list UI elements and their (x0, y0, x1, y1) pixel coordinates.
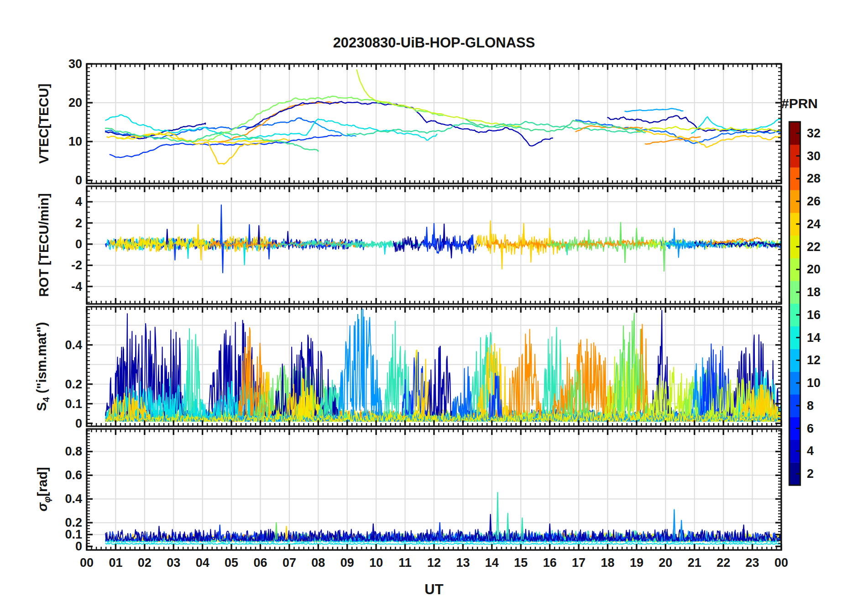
colorbar-tick-label: 12 (807, 353, 839, 367)
x-tick-label: 02 (129, 555, 161, 570)
data-series (490, 514, 492, 539)
y-tick-label: 0.6 (32, 467, 82, 483)
x-tick-label: 22 (707, 555, 739, 570)
y-tick-label: 2 (32, 215, 82, 231)
x-tick-label: 14 (476, 555, 508, 570)
colorbar-tick-label: 8 (807, 398, 839, 413)
x-tick-label: 13 (447, 555, 479, 570)
colorbar-tick-label: 20 (807, 262, 839, 277)
x-tick-label: 11 (389, 555, 421, 570)
colorbar-tick-label: 2 (807, 466, 839, 481)
panel-sigma_phi (87, 429, 781, 550)
x-tick-label: 17 (563, 555, 595, 570)
data-series (105, 115, 437, 141)
y-tick-label: 4 (32, 194, 82, 209)
colorbar-tick-label: 22 (807, 240, 839, 254)
panel-rot (87, 186, 781, 304)
data-series (384, 244, 386, 254)
y-tick-label: 0.8 (32, 444, 82, 459)
colorbar-tick-label: 14 (807, 330, 839, 345)
data-series (222, 244, 224, 273)
y-tick-label: 0.2 (32, 515, 82, 530)
chart-canvas (0, 0, 868, 607)
x-tick-label: 01 (99, 555, 131, 570)
x-axis-label: UT (424, 581, 443, 598)
x-tick-label: 07 (273, 555, 305, 570)
data-series (385, 321, 411, 416)
gridlines (87, 429, 781, 550)
x-tick-label: 04 (187, 555, 219, 570)
colorbar-tick-label: 10 (807, 376, 839, 390)
x-tick-label: 05 (215, 555, 247, 570)
x-tick-label: 20 (649, 555, 681, 570)
colorbar-tick-label: 26 (807, 194, 839, 209)
x-tick-label: 18 (592, 555, 624, 570)
y-tick-label: 0 (32, 173, 82, 188)
x-tick-label: 15 (505, 555, 537, 570)
colorbar-tick-label: 6 (807, 421, 839, 436)
colorbar (790, 122, 800, 486)
colorbar-tick-label: 16 (807, 308, 839, 322)
figure: 20230830-UiB-HOP-GLONASS VTEC[TECU] ROT … (0, 0, 868, 607)
y-tick-label: 0 (32, 416, 82, 431)
panel-vtec (87, 64, 781, 183)
data-series (508, 329, 541, 415)
x-tick-label: 23 (737, 555, 769, 570)
colorbar-tick-label: 18 (807, 285, 839, 299)
data-series (490, 221, 491, 244)
colorbar-tick-label: 28 (807, 171, 839, 186)
data-series (258, 225, 260, 244)
x-tick-label: 12 (418, 555, 450, 570)
series-layer (105, 205, 781, 272)
gridlines (87, 64, 781, 183)
data-series (625, 109, 683, 112)
x-tick-label: 16 (534, 555, 566, 570)
x-tick-label: 00 (71, 555, 103, 570)
y-tick-label: 0.4 (32, 337, 82, 353)
data-series (648, 367, 700, 416)
x-tick-label: 09 (331, 555, 363, 570)
y-tick-label: 30 (32, 56, 82, 72)
y-tick-label: 0.1 (32, 396, 82, 412)
x-tick-label: 21 (679, 555, 711, 570)
data-series (637, 130, 781, 147)
data-series (339, 308, 382, 415)
y-tick-label: 10 (32, 134, 82, 149)
y-tick-label: 0 (32, 236, 82, 252)
data-series (427, 346, 454, 416)
colorbar-tick-label: 4 (807, 444, 839, 458)
panel-s4 (87, 307, 781, 426)
x-tick-label: 06 (245, 555, 277, 570)
chart-title: 20230830-UiB-HOP-GLONASS (333, 35, 535, 51)
y-tick-label: -4 (32, 279, 82, 294)
series-layer (105, 492, 781, 544)
colorbar-tick-label: 24 (807, 217, 839, 231)
data-series (357, 70, 521, 127)
y-tick-label: 0.4 (32, 491, 82, 507)
data-series (183, 329, 201, 413)
y-tick-label: 20 (32, 95, 82, 110)
data-series (246, 101, 553, 146)
data-series (219, 102, 339, 142)
x-tick-label: 10 (360, 555, 392, 570)
colorbar-tick-label: 32 (807, 126, 839, 141)
x-tick-label: 03 (157, 555, 189, 570)
colorbar-title: #PRN (781, 96, 818, 111)
x-tick-label: 19 (621, 555, 653, 570)
y-tick-label: -2 (32, 257, 82, 273)
x-tick-label: 08 (302, 555, 334, 570)
colorbar-tick-label: 30 (807, 149, 839, 163)
y-tick-label: 0.2 (32, 377, 82, 392)
data-series (664, 244, 665, 271)
data-series (105, 543, 781, 544)
data-series (497, 492, 499, 539)
series-layer (105, 70, 781, 164)
x-tick-label: 00 (765, 555, 797, 570)
